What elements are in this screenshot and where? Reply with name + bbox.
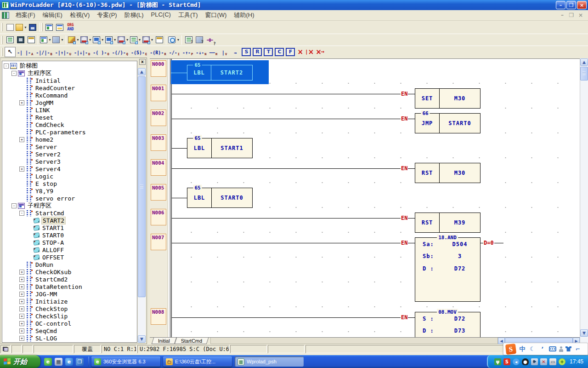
ladder-element-button-R[interactable]: -(R)-R [148, 47, 167, 57]
dropdown-arrow-icon[interactable]: ▼ [101, 38, 104, 41]
start-button[interactable]: 开始 [0, 355, 40, 368]
table-edit-button[interactable] [154, 35, 164, 45]
quicklaunch-calculator-icon[interactable]: ▦ [55, 358, 62, 366]
tree-expand-icon[interactable]: + [19, 314, 24, 319]
tree-item-label[interactable]: CheckSlip [34, 313, 68, 320]
tree-item-label[interactable]: START0 [41, 232, 65, 239]
tree-item-OC-control[interactable]: +OC-control [2, 320, 137, 327]
tree-item-RxCommand[interactable]: RxCommand [2, 92, 137, 99]
instruction-list-button[interactable]: ORGAND [65, 22, 76, 32]
tree-item-主程序区[interactable]: -主程序区 [2, 69, 137, 77]
tree-item-label[interactable]: DoRun [34, 261, 54, 268]
menu-item-5[interactable]: PLC(C) [147, 10, 175, 21]
tree-expand-icon[interactable]: + [19, 292, 24, 297]
rst-box-m39[interactable]: RST M39 [415, 213, 481, 233]
scroll-up-button[interactable]: ▲ [138, 68, 146, 75]
mdi-restore-button[interactable]: ❒ [568, 12, 575, 18]
dropdown-arrow-icon[interactable]: ▼ [61, 38, 64, 41]
maximize-button[interactable]: ❒ [566, 1, 576, 9]
function-box-button-F[interactable]: F [286, 48, 295, 56]
tree-item-START1[interactable]: START1 [2, 224, 137, 231]
tree-collapse-icon[interactable]: - [4, 63, 9, 69]
tree-item-E stop[interactable]: E stop [2, 180, 137, 187]
ime-fullwidth-icon[interactable]: ☾ [529, 345, 536, 352]
tree-item-label[interactable]: ALLOFF [41, 247, 65, 253]
tree-item-label[interactable]: home2 [34, 136, 54, 143]
menu-item-6[interactable]: 工具(T) [175, 10, 202, 21]
tree-item-StartCmd2[interactable]: +StartCmd2 [2, 276, 137, 283]
register-book-button[interactable] [26, 35, 36, 45]
tree-item-PLC-parameters[interactable]: PLC-parameters [2, 128, 137, 136]
tree-collapse-icon[interactable]: - [19, 211, 24, 216]
scroll-up-button[interactable]: ▲ [580, 58, 588, 66]
dropdown-arrow-icon[interactable]: ▼ [24, 26, 27, 29]
ladder-element-button-B[interactable]: -|/|-B [34, 47, 53, 57]
online-edit-button[interactable]: ▼ [117, 35, 130, 45]
tree-item-JOG-MM[interactable]: +JOG-MM [2, 290, 137, 298]
ladder-element-button-H[interactable]: ——H [208, 47, 219, 57]
network-label-n000[interactable]: N000 [151, 60, 166, 77]
network-label-n003[interactable]: N003 [151, 134, 166, 151]
dropdown-arrow-icon[interactable]: ▼ [89, 38, 92, 41]
ladder-element-button-O[interactable]: -( )-O [91, 47, 110, 57]
tree-item-阶梯图[interactable]: -阶梯图 [2, 62, 137, 69]
zoom-button[interactable]: ▼ [168, 35, 180, 45]
tree-item-label[interactable]: START2 [41, 217, 66, 224]
scroll-down-button[interactable]: ▼ [580, 329, 588, 337]
mdi-minimize-button[interactable]: – [559, 12, 566, 18]
memory-monitor-button[interactable]: ▼ [142, 35, 154, 45]
tree-item-CheckStop[interactable]: +CheckStop [2, 305, 137, 312]
network-label-n008[interactable]: N008 [151, 308, 166, 325]
ladder-window-button[interactable] [55, 22, 65, 32]
ladder-element-button-I[interactable]: -/-I [168, 47, 181, 57]
tree-item-JogMM[interactable]: +JogMM [2, 99, 137, 106]
tree-expand-icon[interactable]: + [19, 321, 24, 326]
hscroll-track[interactable] [210, 338, 498, 344]
set-box-m30[interactable]: SET M30 [415, 88, 481, 109]
tray-usb-icon[interactable]: ψ [494, 358, 501, 365]
tree-item-Initiaize[interactable]: +Initiaize [2, 298, 137, 305]
tree-item-label[interactable]: OFFSET [41, 254, 65, 261]
ime-softkeyboard-icon[interactable] [549, 346, 556, 351]
help-ladder-button[interactable]: ? [194, 35, 204, 45]
tray-printer-icon[interactable]: ▭ [549, 358, 556, 365]
new-file-button[interactable] [5, 22, 15, 32]
tree-item-label[interactable]: DataRetention [34, 283, 83, 290]
lbl-box-start1[interactable]: LBL START1 [187, 138, 253, 158]
function-box-button-S[interactable]: S [242, 48, 251, 56]
and-function-box[interactable]: Sa: D504 Sb: 3 D : D72 [415, 237, 481, 302]
network-label-n002[interactable]: N002 [151, 109, 166, 126]
quicklaunch-360browser-icon[interactable]: e [44, 358, 52, 366]
tree-item-OFFSET[interactable]: OFFSET [2, 253, 137, 261]
tree-item-label[interactable]: START1 [41, 224, 65, 231]
open-file-button[interactable]: ▼ [15, 22, 28, 32]
project-tree[interactable]: -阶梯图-主程序区InitialReadCounterRxCommand+Jog… [2, 61, 137, 343]
dropdown-arrow-icon[interactable]: ▼ [138, 38, 141, 41]
ladder-element-button-V[interactable]: |V [219, 47, 230, 57]
tree-item-label[interactable]: STOP-A [41, 239, 65, 246]
tray-antivirus-icon[interactable]: + [559, 358, 565, 365]
tray-network-error-icon[interactable]: ✕ [540, 358, 547, 365]
tree-item-Initial[interactable]: Initial [2, 77, 137, 84]
network-label-n004[interactable]: N004 [151, 159, 166, 176]
tray-360-icon[interactable]: S [503, 358, 510, 365]
ladder-element-button-P[interactable]: -↑-P [181, 47, 194, 57]
tree-item-Server2[interactable]: Server2 [2, 150, 137, 158]
ladder-vscrollbar[interactable]: ▲ ▼ [580, 58, 588, 344]
jmp-box-start0[interactable]: JMP START0 [415, 113, 481, 133]
toolbar-grip[interactable] [41, 23, 43, 31]
sogou-logo-icon[interactable]: S [505, 343, 516, 354]
tree-item-label[interactable]: StartCmd2 [34, 276, 68, 283]
tree-close-button[interactable]: x [139, 59, 146, 65]
ime-skin-icon[interactable] [565, 346, 571, 351]
dropdown-arrow-icon[interactable]: ▼ [113, 38, 117, 41]
tree-item-Y8,Y9[interactable]: Y8,Y9 [2, 187, 137, 195]
tree-item-label[interactable]: ReadCounter [34, 85, 76, 92]
tree-collapse-icon[interactable]: - [11, 71, 17, 76]
menu-item-1[interactable]: 编辑(E) [39, 10, 66, 21]
tree-item-CmdCheck[interactable]: CmdCheck [2, 121, 137, 128]
scroll-thumb[interactable] [138, 76, 146, 297]
menu-item-3[interactable]: 专案(P) [93, 10, 120, 21]
tree-item-servo error[interactable]: servo error [2, 195, 137, 202]
tree-expand-icon[interactable]: + [19, 336, 24, 341]
